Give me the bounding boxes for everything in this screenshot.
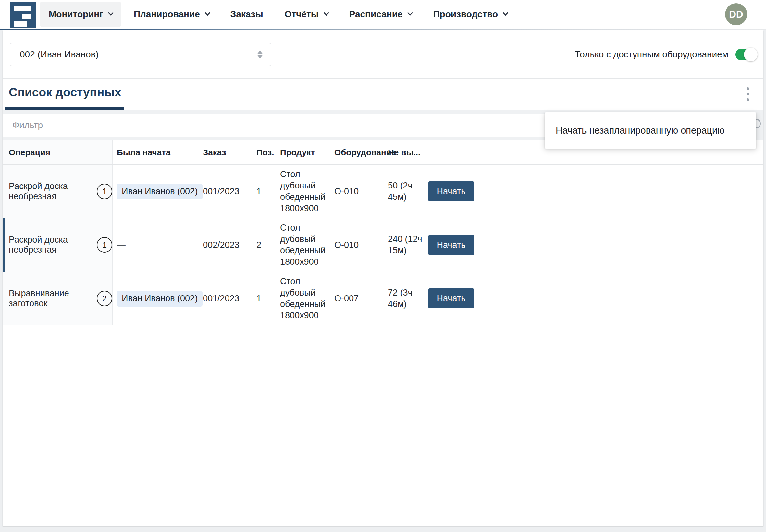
divider [736, 79, 736, 110]
operation-name: Раскрой доска необрезная [9, 181, 92, 201]
position-number: 1 [251, 165, 274, 218]
started-by-chip: — [117, 240, 126, 250]
nav-item-label: Расписание [349, 9, 403, 19]
nav-item-label: Отчёты [285, 9, 319, 19]
equipment-code: О-010 [331, 165, 383, 218]
nav-item-schedule[interactable]: Расписание [341, 2, 420, 27]
main-card: 002 (Иван Иванов) Только с доступным обо… [3, 30, 763, 526]
chevron-down-icon [108, 10, 114, 16]
nav-item-orders[interactable]: Заказы [222, 2, 272, 27]
operations-table: Операция Была начата Заказ Поз. Продукт … [3, 140, 763, 325]
nav-item-label: Мониторинг [49, 9, 103, 19]
table-row[interactable]: Раскрой доска необрезная 1 Иван Иванов (… [3, 165, 763, 218]
col-header-started: Была начата [113, 140, 198, 164]
equipment-toggle[interactable] [736, 49, 756, 60]
operation-name: Раскрой доска необрезная [9, 235, 92, 255]
top-nav: Мониторинг Планирование Заказы Отчёты Ра… [0, 0, 766, 29]
section-title-row: Список доступных [3, 79, 763, 110]
col-header-not-done: Не вы... [383, 140, 425, 164]
started-by-chip: Иван Иванов (002) [117, 184, 202, 199]
operation-step-badge: 1 [97, 184, 112, 199]
position-number: 1 [251, 272, 274, 325]
nav-item-planning[interactable]: Планирование [125, 2, 217, 27]
controls-row: 002 (Иван Иванов) Только с доступным обо… [3, 30, 763, 79]
chevron-down-icon [407, 10, 413, 16]
col-header-order: Заказ [198, 140, 251, 164]
not-done-value: 72 (3ч 46м) [383, 272, 425, 325]
order-number: 001/2023 [198, 165, 251, 218]
active-tab-indicator [5, 107, 124, 110]
equipment-code: О-010 [331, 218, 383, 272]
nav-item-production[interactable]: Производство [425, 2, 516, 27]
user-avatar[interactable]: DD [725, 3, 747, 25]
chevron-down-icon [323, 10, 329, 16]
operation-name: Выравнивание заготовок [9, 288, 92, 308]
menu-item-start-unplanned-operation[interactable]: Начать незапланированную операцию [545, 125, 756, 136]
order-number: 002/2023 [198, 218, 251, 272]
page-title: Список доступных [9, 86, 121, 99]
start-button[interactable]: Начать [429, 288, 474, 308]
start-button[interactable]: Начать [429, 181, 474, 201]
employee-select[interactable]: 002 (Иван Иванов) [10, 43, 271, 66]
equipment-toggle-label: Только с доступным оборудованием [575, 49, 728, 60]
chevron-down-icon [205, 10, 210, 16]
position-number: 2 [251, 218, 274, 272]
operation-step-badge: 1 [97, 237, 112, 253]
table-row[interactable]: Выравнивание заготовок 2 Иван Иванов (00… [3, 272, 763, 325]
started-by-chip: Иван Иванов (002) [117, 291, 202, 307]
equipment-code: О-007 [331, 272, 383, 325]
not-done-value: 50 (2ч 45м) [383, 165, 425, 218]
col-header-operation: Операция [3, 140, 113, 164]
col-header-product: Продукт [274, 140, 331, 164]
chevron-down-icon [503, 10, 508, 16]
kebab-menu-icon[interactable] [741, 87, 755, 101]
context-menu: Начать незапланированную операцию [545, 112, 756, 149]
table-row[interactable]: Раскрой доска необрезная 1 — 002/2023 2 … [3, 218, 763, 272]
nav-item-label: Планирование [134, 9, 200, 19]
not-done-value: 240 (12ч 15м) [383, 218, 425, 272]
product-name: Стол дубовый обеденный 1800x900 [274, 165, 331, 218]
nav-item-reports[interactable]: Отчёты [276, 2, 336, 27]
app-logo-icon[interactable] [10, 2, 36, 28]
employee-select-value: 002 (Иван Иванов) [20, 49, 99, 60]
select-carets-icon [257, 50, 262, 58]
toggle-knob [744, 48, 758, 61]
col-header-position: Поз. [251, 140, 274, 164]
nav-item-label: Производство [433, 9, 498, 19]
product-name: Стол дубовый обеденный 1800x900 [274, 272, 331, 325]
product-name: Стол дубовый обеденный 1800x900 [274, 218, 331, 272]
col-header-equipment: Оборудование [331, 140, 383, 164]
nav-item-monitoring[interactable]: Мониторинг [40, 2, 121, 27]
order-number: 001/2023 [198, 272, 251, 325]
operation-step-badge: 2 [97, 291, 112, 306]
start-button[interactable]: Начать [429, 235, 474, 255]
nav-item-label: Заказы [230, 9, 263, 19]
